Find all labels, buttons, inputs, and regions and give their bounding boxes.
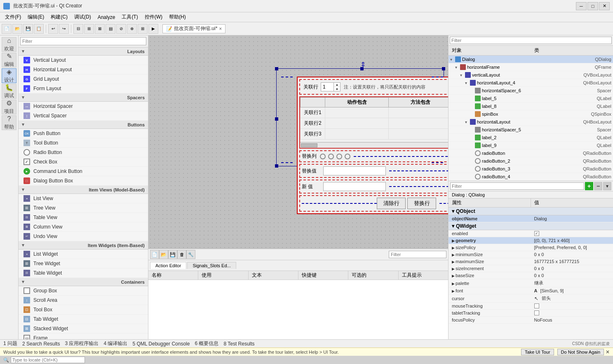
prop-font[interactable]: ▶font A[SimSun, 9] [449, 287, 613, 294]
props-filter-input[interactable] [450, 182, 584, 190]
spin-down[interactable]: ▼ [334, 87, 340, 91]
widget-frame[interactable]: ▭ Frame [19, 334, 148, 339]
menu-analyze[interactable]: Analyze [94, 14, 119, 21]
tool-adjust[interactable]: ⊕ [127, 24, 137, 34]
tree-item-radio1[interactable]: radioButton QRadioButton [449, 149, 613, 157]
widget-tool-button[interactable]: T Tool Button [19, 138, 148, 148]
tablettracking-checkbox[interactable] [534, 310, 539, 315]
take-tour-button[interactable]: Take UI Tour [521, 349, 554, 355]
menu-debug[interactable]: 调试(D) [71, 13, 94, 21]
tool-saveas[interactable]: 📋 [34, 24, 44, 34]
widget-table-view[interactable]: ⊟ Table View [19, 213, 148, 222]
window-controls[interactable]: ─ □ ✕ [576, 2, 610, 10]
radio-4[interactable] [345, 154, 350, 159]
widget-dialog-button-box[interactable]: □ Dialog Button Box [19, 176, 148, 186]
spin-arrows[interactable]: ▲ ▼ [334, 83, 340, 91]
prop-sizeincrement[interactable]: ▶sizeIncrement 0 x 0 [449, 265, 613, 272]
prop-mousetracking[interactable]: mouseTracking [449, 303, 613, 310]
expand-dialog[interactable]: ▾ [450, 57, 455, 62]
status-tab-compileoutput[interactable]: 4 编译输出 [103, 340, 127, 347]
tool-open[interactable]: 📂 [12, 24, 22, 34]
status-tab-problems[interactable]: 1 问题 [3, 340, 17, 347]
tree-item-dialog[interactable]: ▾ Dialog QDialog [449, 56, 613, 63]
tree-item-radio3[interactable]: radioButton_3 QRadioButton [449, 165, 613, 173]
widget-vertical-layout[interactable]: V Vertical Layout [19, 56, 148, 65]
tree-item-label5[interactable]: label_5 QLabel [449, 95, 613, 103]
clear-button[interactable]: 清除行 [377, 198, 406, 209]
locate-input[interactable] [11, 357, 85, 363]
add-property-btn[interactable]: + [585, 182, 593, 190]
widget-push-button[interactable]: OK Push Button [19, 129, 148, 138]
tree-item-hframe[interactable]: ▾ horizontalFrame QFrame [449, 63, 613, 71]
handle-ml[interactable] [275, 117, 278, 121]
table-hscrollbar[interactable]: ▶ [300, 142, 448, 148]
widget-grid-layout[interactable]: G Grid Layout [19, 75, 148, 84]
tree-item-radio4[interactable]: radioButton_4 QRadioButton [449, 173, 613, 181]
prop-maxsize[interactable]: ▶maximumSize 16777215 x 16777215 [449, 258, 613, 265]
ae-btn-3[interactable]: 💾 [168, 250, 177, 259]
expand-hlayout4[interactable]: ▾ [465, 81, 470, 85]
sidebar-edit[interactable]: ✎ 编辑 [2, 53, 16, 68]
ae-btn-4[interactable]: 🗑 [177, 250, 186, 259]
sidebar-help[interactable]: ? 帮助 [2, 115, 16, 130]
tree-item-hspacer5[interactable]: horizontalSpacer_5 Spacer [449, 126, 613, 134]
ae-btn-5[interactable]: 🔧 [186, 250, 195, 259]
maximize-button[interactable]: □ [587, 2, 598, 10]
prop-enabled[interactable]: enabled [449, 230, 613, 237]
widget-column-view[interactable]: ⊠ Column View [19, 222, 148, 232]
prop-sizepolicy[interactable]: ▶sizePolicy [Preferred, Preferred, 0, 0] [449, 244, 613, 251]
widget-form-layout[interactable]: F Form Layout [19, 84, 148, 93]
status-tab-testresults[interactable]: 8 Test Results [223, 341, 254, 347]
expand-hlayout[interactable]: ▾ [465, 120, 470, 124]
widget-tree-view[interactable]: ⊞ Tree View [19, 203, 148, 213]
radio-3[interactable] [336, 154, 342, 159]
tool-layout-h[interactable]: ⊟ [73, 24, 83, 34]
widget-tool-box[interactable]: ⊡ Tool Box [19, 305, 148, 315]
tree-item-hlayout[interactable]: ▾ horizontalLayout QHBoxLayout [449, 118, 613, 126]
tool-preview[interactable]: ▶ [148, 24, 158, 34]
prop-objectname[interactable]: objectName Dialog [449, 215, 613, 222]
widget-filter-input[interactable] [20, 37, 146, 45]
do-not-show-button[interactable]: Do Not Show Again [557, 349, 604, 355]
spin-box-container[interactable]: 1 ▲ ▼ [321, 82, 341, 91]
prop-basesize[interactable]: ▶baseSize 0 x 0 [449, 272, 613, 279]
prop-focuspolicy[interactable]: focusPolicy NoFocus [449, 317, 613, 324]
handle-tr[interactable] [442, 67, 445, 70]
replace-button[interactable]: 替换行 [407, 198, 436, 209]
widget-group-box[interactable]: Group Box [19, 286, 148, 296]
widget-list-widget[interactable]: ≡ List Widget [19, 250, 148, 259]
status-tab-qmldebug[interactable]: 5 QML Debugger Console [132, 341, 190, 347]
notification-close[interactable]: ✕ [606, 349, 610, 355]
ae-btn-2[interactable]: 📂 [159, 250, 168, 259]
widget-check-box[interactable]: ✓ Check Box [19, 157, 148, 167]
tool-layout-g[interactable]: ⊠ [95, 24, 105, 34]
sidebar-project[interactable]: ⚙ 项目 [2, 100, 16, 114]
widget-stacked-widget[interactable]: ⊠ Stacked Widget [19, 324, 148, 334]
editor-tab-close[interactable]: × [219, 26, 222, 32]
geometry-expand[interactable]: ▶ [452, 239, 455, 243]
widget-radio-button[interactable]: Radio Button [19, 148, 148, 157]
tool-layout-f[interactable]: ▤ [106, 24, 115, 34]
more-property-btn[interactable]: ▾ [603, 182, 611, 190]
tool-break[interactable]: ⊘ [116, 24, 126, 34]
widget-h-spacer[interactable]: ↔ Horizontal Spacer [19, 102, 148, 111]
tool-save[interactable]: 💾 [23, 24, 33, 34]
tree-item-spinbox[interactable]: spinBox QSpinBox [449, 110, 613, 118]
sidebar-design[interactable]: ◈ 设计 [2, 68, 16, 83]
section-qwidget-expand[interactable]: ▾ [452, 223, 454, 229]
minimize-button[interactable]: ─ [576, 2, 587, 10]
tree-item-vlayout[interactable]: ▾ verticalLayout QVBoxLayout [449, 71, 613, 79]
section-qobject-expand[interactable]: ▾ [452, 208, 454, 214]
handle-bl[interactable] [275, 164, 278, 168]
prop-minsize[interactable]: ▶minimumSize 0 x 0 [449, 251, 613, 258]
widget-v-spacer[interactable]: ↕ Vertical Spacer [19, 111, 148, 121]
widget-tree-widget[interactable]: ⊞ Tree Widget [19, 259, 148, 268]
status-tab-search[interactable]: 2 Search Results [22, 341, 60, 347]
tool-expand[interactable]: ⊞ [138, 24, 148, 34]
signals-slots-tab[interactable]: Signals_Slots Ed... [187, 262, 236, 269]
action-editor-tab[interactable]: Action Editor [150, 262, 186, 269]
tool-undo[interactable]: ↩ [48, 24, 58, 34]
widget-scroll-area[interactable]: ↕ Scroll Area [19, 296, 148, 305]
obj-filter-input[interactable] [450, 37, 612, 44]
action-filter-input[interactable] [389, 251, 446, 258]
